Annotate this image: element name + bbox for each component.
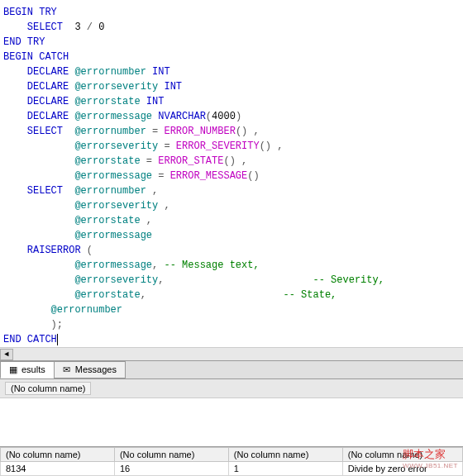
code-line: END CATCH	[3, 332, 460, 347]
code-line: RAISERROR (	[3, 243, 460, 258]
code-line: @errornumber	[3, 302, 460, 317]
column-header[interactable]: (No column name)	[228, 448, 342, 462]
scroll-left-button[interactable]: ◄	[0, 349, 13, 360]
code-line: DECLARE @errornumber INT	[3, 64, 460, 79]
code-line: @errorseverity = ERROR_SEVERITY() ,	[3, 139, 460, 154]
code-line: DECLARE @errorseverity INT	[3, 79, 460, 94]
code-line: @errorstate = ERROR_STATE() ,	[3, 154, 460, 169]
cell-errornumber[interactable]: 8134	[1, 462, 115, 476]
table-row[interactable]: 8134 16 1 Divide by zero error	[1, 462, 463, 476]
result-grid-2[interactable]: (No column name) (No column name) (No co…	[0, 446, 463, 476]
grid-icon: ▦	[9, 364, 19, 375]
code-line: );	[3, 317, 460, 332]
text-cursor	[57, 334, 58, 345]
code-line: @errorstate, -- State,	[3, 288, 460, 302]
messages-icon: ✉	[63, 364, 73, 375]
result-grid-1-header: (No column name)	[0, 379, 463, 398]
cell-errorseverity[interactable]: 16	[114, 462, 228, 476]
code-line: END TRY	[3, 35, 460, 50]
horizontal-scrollbar[interactable]: ◄	[0, 347, 463, 360]
code-line: SELECT 3 / 0	[3, 20, 460, 35]
tab-messages[interactable]: ✉Messages	[54, 361, 126, 378]
code-line: BEGIN TRY	[3, 5, 460, 20]
code-line: @errorstate ,	[3, 213, 460, 228]
code-line: @errormessage	[3, 228, 460, 243]
code-line: @errormessage = ERROR_MESSAGE()	[3, 169, 460, 183]
sql-editor[interactable]: BEGIN TRY SELECT 3 / 0 END TRY BEGIN CAT…	[0, 0, 463, 347]
tab-label: Messages	[75, 364, 117, 374]
code-line: SELECT @errornumber = ERROR_NUMBER() ,	[3, 124, 460, 139]
tab-label: esults	[21, 364, 45, 374]
cell-errorstate[interactable]: 1	[228, 462, 342, 476]
code-line: DECLARE @errormessage NVARCHAR(4000)	[3, 109, 460, 124]
empty-area	[0, 398, 463, 446]
code-line: @errorseverity, -- Severity,	[3, 273, 460, 288]
column-header[interactable]: (No column name)	[114, 448, 228, 462]
watermark: 脚本之家 WWW.JB51.NET	[403, 447, 458, 469]
code-line: @errormessage, -- Message text,	[3, 258, 460, 273]
code-line: BEGIN CATCH	[3, 50, 460, 64]
column-header[interactable]: (No column name)	[1, 448, 115, 462]
code-line: SELECT @errornumber ,	[3, 183, 460, 198]
results-tabs: ▦esults ✉Messages	[0, 360, 463, 379]
table-header-row: (No column name) (No column name) (No co…	[1, 448, 463, 462]
code-line: @errorseverity ,	[3, 198, 460, 213]
watermark-main: 脚本之家	[403, 448, 446, 460]
tab-results[interactable]: ▦esults	[0, 361, 55, 378]
code-line: DECLARE @errorstate INT	[3, 94, 460, 109]
column-header: (No column name)	[5, 382, 91, 395]
watermark-sub: WWW.JB51.NET	[403, 462, 458, 469]
